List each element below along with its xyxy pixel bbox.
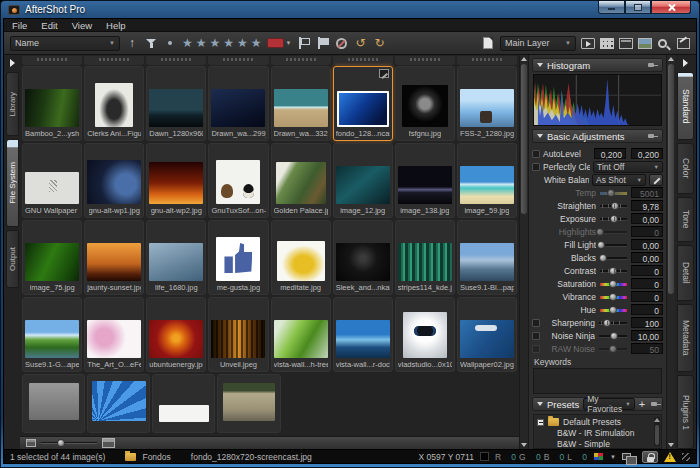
presets-header[interactable]: Presets My Favorites ▼ +: [532, 397, 663, 411]
scrollbar-thumb[interactable]: [655, 425, 659, 445]
eyedropper-button[interactable]: [649, 174, 663, 186]
checkbox[interactable]: [532, 163, 540, 171]
grid-scrollbar[interactable]: [519, 55, 528, 449]
thumbnail-cell[interactable]: meditate.jpg: [271, 220, 331, 295]
tab-output[interactable]: Output: [6, 230, 19, 288]
chevron-down-icon[interactable]: ▼: [610, 454, 616, 460]
slider-knob[interactable]: [610, 332, 618, 340]
value-input[interactable]: 0,200: [594, 148, 626, 159]
star-icon[interactable]: ★: [251, 37, 262, 49]
value-input[interactable]: 5001: [631, 187, 663, 198]
filter-button[interactable]: [144, 35, 158, 51]
thumbnail-cell[interactable]: [87, 374, 150, 433]
tab-color[interactable]: Color: [677, 143, 694, 194]
scroll-down-icon[interactable]: [668, 443, 674, 447]
thumbnail-cell[interactable]: image_75.jpg: [22, 220, 82, 295]
star-icon[interactable]: ★: [223, 37, 234, 49]
fullscreen-button[interactable]: [676, 35, 690, 51]
thumbnail-cell[interactable]: GNU Wallpaper 2.jpg: [22, 143, 82, 218]
value-input[interactable]: 9,78: [631, 200, 663, 211]
slider[interactable]: [599, 266, 628, 275]
collapse-expander-icon[interactable]: [537, 419, 544, 426]
flag-filled-button[interactable]: [316, 35, 330, 51]
star-icon[interactable]: ★: [210, 37, 221, 49]
panel-scrollbar[interactable]: [666, 55, 675, 449]
slider[interactable]: [599, 201, 628, 210]
tab-detail[interactable]: Detail: [677, 245, 694, 301]
thumbnail-cell[interactable]: Clerks Ani...Figure.jpg: [84, 66, 144, 141]
thumbnail-cell[interactable]: vista-wall...h-tree.jpg: [271, 297, 331, 372]
thumbnail-cell[interactable]: The_Art_O...eFear.jpg: [84, 297, 144, 372]
slider-knob[interactable]: [609, 293, 617, 301]
value-input[interactable]: 50: [631, 343, 663, 354]
small-thumbnails-icon[interactable]: [26, 439, 36, 447]
slider[interactable]: [599, 279, 628, 288]
slider-knob[interactable]: [611, 202, 619, 210]
flag-pick-button[interactable]: [297, 35, 311, 51]
scroll-up-icon[interactable]: [654, 418, 660, 422]
sort-direction-button[interactable]: ↑: [125, 35, 139, 51]
presets-favorites-select[interactable]: My Favorites ▼: [583, 398, 634, 410]
pin-icon[interactable]: [651, 401, 658, 407]
dropdown-select[interactable]: Tint Off▼: [593, 161, 663, 173]
tab-metadata[interactable]: Metadata: [677, 304, 694, 372]
collapse-triangle-icon[interactable]: [537, 63, 543, 67]
value-input[interactable]: 0,00: [631, 239, 663, 250]
thumbnail-cell[interactable]: ubuntuenergy.jpg: [146, 297, 206, 372]
thumbnail-cell[interactable]: Dawn_1280x960.jpg: [146, 66, 206, 141]
thumbnail-cell[interactable]: image_59.jpg: [457, 143, 517, 218]
layer-select[interactable]: Main Layer ▼: [500, 36, 576, 51]
slider-knob[interactable]: [596, 228, 604, 236]
star-icon[interactable]: ★: [196, 37, 207, 49]
value-input[interactable]: 0: [631, 304, 663, 315]
slider-knob[interactable]: [603, 319, 611, 327]
scroll-up-icon[interactable]: [521, 57, 527, 61]
menu-item-view[interactable]: View: [72, 20, 92, 31]
basic-adjustments-header[interactable]: Basic Adjustments: [532, 129, 663, 143]
color-management-icon[interactable]: [593, 452, 604, 461]
slider[interactable]: [599, 240, 628, 249]
thumbnail-cell[interactable]: image_12.jpg: [333, 143, 393, 218]
thumbnail-cell[interactable]: vladstudio...0x1024.jpg: [395, 297, 455, 372]
collapse-triangle-icon[interactable]: [537, 134, 543, 138]
preview-view-button[interactable]: [619, 35, 633, 51]
image-view-button[interactable]: [638, 35, 652, 51]
thumbnail-cell[interactable]: jaunty-sunset.jpg: [84, 220, 144, 295]
rotate-left-button[interactable]: ↺: [354, 35, 368, 51]
preset-folder-row[interactable]: Default Presets: [537, 417, 658, 427]
dual-monitor-icon[interactable]: [622, 453, 631, 460]
value-input[interactable]: 0: [631, 278, 663, 289]
value-input[interactable]: 0: [631, 291, 663, 302]
slider-knob[interactable]: [609, 267, 617, 275]
thumbnail-cell[interactable]: life_1680.jpg: [146, 220, 206, 295]
slider-knob[interactable]: [610, 215, 618, 223]
slider-knob[interactable]: [599, 254, 607, 262]
value-input[interactable]: 0: [631, 265, 663, 276]
value-input[interactable]: 100: [631, 317, 663, 328]
preset-item[interactable]: B&W - Simple: [537, 439, 658, 449]
thumbnail-cell[interactable]: Wallpaper02.jpg: [457, 297, 517, 372]
thumbnail-cell[interactable]: fondo_128...ncast.jpg: [333, 66, 393, 141]
value-input[interactable]: 0,200: [631, 148, 663, 159]
layers-button[interactable]: [481, 35, 495, 51]
scroll-down-icon[interactable]: [521, 443, 527, 447]
thumbnail-cell[interactable]: Drawn_wa...332_.jpg: [271, 66, 331, 141]
slider-knob[interactable]: [57, 439, 65, 447]
slider-knob[interactable]: [597, 241, 605, 249]
thumbnail-cell[interactable]: me-gusta.jpg: [208, 220, 268, 295]
scrollbar-thumb[interactable]: [521, 64, 527, 214]
lock-button[interactable]: [642, 451, 658, 463]
resize-grip[interactable]: [682, 453, 690, 461]
color-label-filter[interactable]: ▼: [267, 38, 292, 48]
thumbnail-cell[interactable]: vista-wall...r-dock.jpg: [333, 297, 393, 372]
thumbnail-cell[interactable]: FSS-2_1280.jpg: [457, 66, 517, 141]
warning-icon[interactable]: [664, 452, 676, 462]
tab-file-system[interactable]: File System: [6, 139, 19, 227]
tab-standard[interactable]: Standard: [677, 72, 694, 140]
thumbnail-size-slider[interactable]: [41, 442, 97, 444]
thumbnail-cell[interactable]: stripes114_kde.jpg: [395, 220, 455, 295]
pin-icon[interactable]: [648, 62, 658, 68]
thumbnail-view-button[interactable]: [600, 35, 614, 51]
slider[interactable]: [599, 253, 628, 262]
thumbnail-cell[interactable]: Bamboo_2...ysha.jpg: [22, 66, 82, 141]
